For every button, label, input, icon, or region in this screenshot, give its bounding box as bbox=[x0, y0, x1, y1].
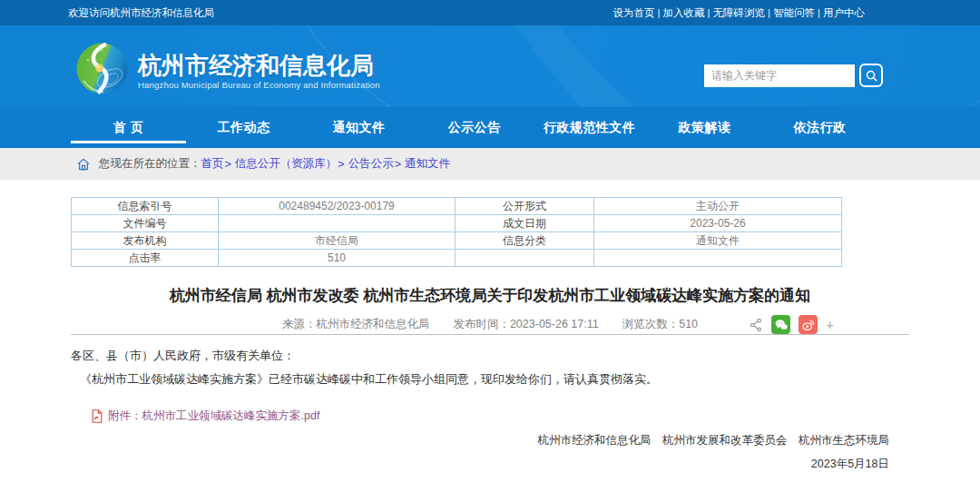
article-title: 杭州市经信局 杭州市发改委 杭州市生态环境局关于印发杭州市工业领域碳达峰实施方案… bbox=[71, 286, 909, 306]
breadcrumb-separator: > bbox=[395, 158, 401, 171]
divider bbox=[71, 334, 909, 335]
info-value: 主动公开 bbox=[594, 198, 842, 215]
nav-item-law-admin[interactable]: 依法行政 bbox=[762, 107, 877, 148]
site-brand[interactable]: 杭州市经济和信息化局 Hangzhou Municipal Bureau of … bbox=[76, 43, 380, 94]
top-link-favorite[interactable]: 加入收藏 bbox=[663, 6, 705, 20]
info-value bbox=[594, 250, 842, 267]
breadcrumb-prefix: 您现在所在的位置： bbox=[99, 156, 201, 172]
share-icon[interactable] bbox=[749, 318, 763, 332]
article-source: 来源：杭州市经济和信息化局 bbox=[282, 315, 430, 334]
top-link-separator: | bbox=[818, 7, 820, 18]
top-bar: 欢迎访问杭州市经济和信息化局 设为首页 | 加入收藏 | 无障碍浏览 | 智能问… bbox=[0, 0, 980, 25]
paragraph: 《杭州市工业领域碳达峰实施方案》已经市碳达峰碳中和工作领导小组同意，现印发给你们… bbox=[71, 368, 909, 391]
signature-block: 杭州市经济和信息化局 杭州市发展和改革委员会 杭州市生态环境局 2023年5月1… bbox=[71, 429, 909, 476]
document-info-table: 信息索引号 002489452/2023-00179 公开形式 主动公开 文件编… bbox=[71, 197, 842, 267]
breadcrumb-separator: > bbox=[338, 158, 344, 171]
nav-item-regulatory-docs[interactable]: 行政规范性文件 bbox=[532, 107, 647, 148]
top-link-separator: | bbox=[768, 7, 770, 18]
table-row: 文件编号 成文日期 2023-05-26 bbox=[72, 215, 842, 232]
info-value: 通知文件 bbox=[594, 232, 842, 250]
info-label: 信息索引号 bbox=[72, 198, 219, 215]
info-label: 文件编号 bbox=[72, 215, 219, 232]
table-row: 发布机构 市经信局 信息分类 通知文件 bbox=[72, 232, 842, 250]
home-icon bbox=[76, 157, 91, 172]
article-views: 浏览次数：510 bbox=[622, 315, 698, 334]
pdf-icon bbox=[91, 409, 103, 423]
wechat-share-icon[interactable] bbox=[771, 315, 790, 334]
top-link-user-center[interactable]: 用户中心 bbox=[823, 6, 865, 20]
info-label: 发布机构 bbox=[72, 232, 219, 250]
info-label bbox=[456, 250, 594, 267]
signature-agencies: 杭州市经济和信息化局 杭州市发展和改革委员会 杭州市生态环境局 bbox=[71, 429, 889, 453]
site-subtitle: Hangzhou Municipal Bureau of Economy and… bbox=[138, 80, 380, 90]
top-link-accessibility[interactable]: 无障碍浏览 bbox=[713, 6, 766, 20]
info-label: 公开形式 bbox=[456, 198, 594, 215]
article-publish-time: 发布时间：2023-05-26 17:11 bbox=[453, 315, 598, 334]
welcome-text: 欢迎访问杭州市经济和信息化局 bbox=[68, 6, 214, 20]
site-title: 杭州市经济和信息化局 bbox=[138, 52, 380, 79]
info-value: 2023-05-26 bbox=[594, 215, 842, 232]
attachment-row: 附件：杭州市工业领域碳达峰实施方案.pdf bbox=[91, 408, 909, 424]
signature-date: 2023年5月18日 bbox=[71, 453, 889, 477]
paragraph: 各区、县（市）人民政府，市级有关单位： bbox=[71, 344, 909, 368]
bureau-logo-icon bbox=[76, 43, 128, 94]
page: 欢迎访问杭州市经济和信息化局 设为首页 | 加入收藏 | 无障碍浏览 | 智能问… bbox=[0, 0, 980, 502]
brand-text: 杭州市经济和信息化局 Hangzhou Municipal Bureau of … bbox=[138, 52, 380, 90]
article-meta: 来源：杭州市经济和信息化局 发布时间：2023-05-26 17:11 浏览次数… bbox=[71, 315, 909, 334]
top-link-separator: | bbox=[658, 7, 661, 18]
search-button[interactable] bbox=[859, 64, 883, 87]
nav-item-policy-interpretation[interactable]: 政策解读 bbox=[647, 107, 762, 148]
breadcrumb-separator: > bbox=[225, 158, 231, 171]
search-input[interactable] bbox=[704, 64, 855, 87]
breadcrumb-info-disclosure[interactable]: 信息公开（资源库） bbox=[235, 156, 338, 172]
info-value: 市经信局 bbox=[219, 232, 456, 250]
info-value: 002489452/2023-00179 bbox=[219, 198, 456, 215]
search-icon bbox=[865, 69, 878, 83]
nav-item-notices[interactable]: 通知文件 bbox=[301, 107, 416, 148]
breadcrumb-notices[interactable]: 通知文件 bbox=[405, 156, 450, 172]
article-body: 各区、县（市）人民政府，市级有关单位： 《杭州市工业领域碳达峰实施方案》已经市碳… bbox=[71, 344, 909, 391]
info-label: 成文日期 bbox=[456, 215, 594, 232]
main-content: 信息索引号 002489452/2023-00179 公开形式 主动公开 文件编… bbox=[71, 197, 909, 476]
nav-item-home[interactable]: 首 页 bbox=[71, 107, 186, 148]
info-value bbox=[219, 215, 456, 232]
breadcrumb: 您现在所在的位置： 首页 > 信息公开（资源库） > 公告公示 > 通知文件 bbox=[0, 148, 980, 180]
table-row: 点击率 510 bbox=[72, 250, 842, 267]
top-link-separator: | bbox=[708, 7, 710, 18]
weibo-share-icon[interactable] bbox=[799, 315, 818, 334]
top-link-set-home[interactable]: 设为首页 bbox=[613, 6, 655, 20]
more-share-icon[interactable]: + bbox=[826, 317, 834, 332]
nav-item-announcements[interactable]: 公示公告 bbox=[416, 107, 532, 148]
breadcrumb-announcements[interactable]: 公告公示 bbox=[348, 156, 394, 172]
search-box bbox=[704, 64, 883, 87]
top-link-smart-qa[interactable]: 智能问答 bbox=[773, 6, 815, 20]
main-nav: 首 页 工作动态 通知文件 公示公告 行政规范性文件 政策解读 依法行政 bbox=[0, 107, 980, 148]
nav-item-work-news[interactable]: 工作动态 bbox=[186, 107, 301, 148]
breadcrumb-home[interactable]: 首页 bbox=[201, 156, 224, 172]
info-label: 信息分类 bbox=[456, 232, 594, 250]
top-links: 设为首页 | 加入收藏 | 无障碍浏览 | 智能问答 | 用户中心 bbox=[613, 6, 866, 20]
info-value: 510 bbox=[219, 250, 456, 267]
table-row: 信息索引号 002489452/2023-00179 公开形式 主动公开 bbox=[72, 198, 842, 215]
site-header: 杭州市经济和信息化局 Hangzhou Municipal Bureau of … bbox=[0, 25, 980, 107]
info-label: 点击率 bbox=[72, 250, 219, 267]
attachment-link[interactable]: 附件：杭州市工业领域碳达峰实施方案.pdf bbox=[108, 408, 319, 424]
share-icons: + bbox=[749, 315, 834, 334]
